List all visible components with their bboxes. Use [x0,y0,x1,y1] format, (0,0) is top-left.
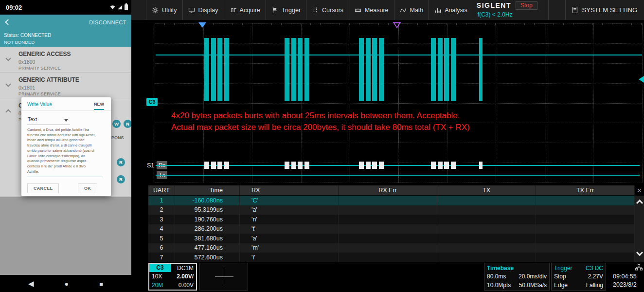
decoded-frame-block [479,162,483,169]
uart-table-row[interactable]: 5381.680us'a' [148,234,635,243]
annotation-line-2: Actual max packet size will be circa 200… [171,123,470,132]
uart-table-rows: 1-160.080ns'C'295.3199us'a'3190.760us'n'… [148,196,635,262]
column-header-rx-err: RX Err [339,185,437,195]
table-scrollbar[interactable] [635,196,644,262]
trigger-position-marker[interactable] [393,22,401,28]
time-per-div: 20.0ms/div [519,273,547,280]
trigger-box[interactable]: Trigger C3 DC Stop 2.27V Edge Falling [551,263,606,291]
acquire-icon [230,7,236,14]
waveform-burst [431,38,436,101]
format-dropdown[interactable]: Text [27,115,70,125]
disconnect-button[interactable]: DISCONNECT [89,19,126,25]
uart-table-row[interactable]: 1-160.080ns'C' [148,196,635,205]
sample-rate: 50.0MSa/s [519,282,547,289]
nav-home-icon[interactable] [65,279,69,288]
service-name: GENERIC ACCESS [18,51,71,57]
waveform-burst [304,38,309,101]
display-icon [188,7,195,14]
service-type: PRIMARY SERVICE [18,66,61,71]
dialog-actions: CANCEL OK [21,180,111,196]
timebase-box[interactable]: Timebase 80.0ms 20.0ms/div 10.0Mpts 50.0… [484,263,550,291]
system-setting-button[interactable]: SYSTEM SETTING [565,0,644,20]
menu-item-display[interactable]: Display [183,0,224,20]
nav-recents-icon[interactable] [99,279,103,288]
service-row[interactable]: GENERIC ATTRIBUTE0x1801PRIMARY SERVICE [0,73,131,98]
tx-value [437,243,536,253]
trigger-mode: Stop [554,273,566,280]
acquisition-status-box: SIGLENT Stop f(C3) < 2.0Hz [473,0,549,20]
uart-table-row[interactable]: 6477.160us'm' [148,243,635,253]
menu-item-acquire[interactable]: Acquire [224,0,266,20]
uart-table-row[interactable]: 3190.760us'n' [148,215,635,224]
menu-item-cursors[interactable]: Cursors [306,0,349,20]
decoded-frame-block [224,162,229,169]
service-uuid: 0 [18,110,21,116]
row-index: 3 [148,215,175,224]
row-index: 6 [148,243,175,253]
property-badge-r-icon[interactable]: R [117,175,125,183]
channel-row-1: C3 DC1M [149,264,196,272]
timebase-title: Timebase [487,265,514,272]
nav-back-icon[interactable] [28,279,34,288]
menu-item-math[interactable]: Math [394,0,429,20]
chevron-up-icon[interactable] [5,109,11,114]
network-icon[interactable] [635,264,643,273]
tx-err-value [536,215,635,224]
chevron-down-icon[interactable] [5,55,11,61]
property-badge-n-icon[interactable]: N [124,120,131,128]
acquisition-status[interactable]: Stop [516,1,537,10]
cursor-info-box [199,263,248,291]
time-value: 381.680us [175,234,240,243]
scope-menu-bar: UtilityDisplayAcquireTriggerCursorsMeasu… [131,0,644,20]
back-icon[interactable] [5,19,11,25]
channel-c3-box[interactable]: C3 DC1M 10X 2.00V/ 20M 0.00V [148,263,197,291]
timebase-row-2: 80.0ms 20.0ms/div [487,273,547,281]
tx-value [437,224,536,234]
waveform-burst [479,38,483,101]
menu-item-trigger[interactable]: Trigger [266,0,306,20]
dropdown-caret-icon [64,119,68,122]
waveform-display: C3 4x20 bytes packets burts with about 2… [131,20,644,185]
c3-channel-marker[interactable]: C3 [146,98,158,106]
close-table-icon[interactable] [637,187,642,194]
uart-table-row[interactable]: 7572.600us'i' [148,253,635,262]
scroll-down-icon[interactable] [635,249,644,261]
value-text-line: orrido pasto lor salme abbandonò (così d… [27,148,107,154]
time-value: -160.080ns [175,196,240,205]
dialog-tab-new[interactable]: NEW [94,102,104,110]
bond-status-text: NOT BONDED [4,39,35,45]
uart-table-row[interactable]: 4286.200us't' [148,224,635,234]
menu-item-label: Display [198,7,218,14]
chevron-down-icon[interactable] [5,81,11,87]
oscilloscope-screen: UtilityDisplayAcquireTriggerCursorsMeasu… [131,0,644,292]
waveform-burst [211,38,216,101]
waveform-burst [291,38,296,101]
time-value: 190.760us [175,215,240,224]
property-badge-r-icon[interactable]: R [117,158,125,166]
tx-err-value [536,234,635,243]
waveform-burst [379,38,384,101]
trigger-level-marker[interactable] [639,76,644,83]
uart-table-row[interactable]: 295.3199us'a' [148,205,635,215]
value-text-field[interactable]: Cantami, o Diva, del pelide Achille l'ir… [27,128,107,176]
menu-item-analysis[interactable]: Analysis [429,0,473,20]
timebase-row-1: Timebase [487,264,547,273]
trigger-row-2: Stop 2.27V [554,273,603,281]
row-index: 4 [148,224,175,234]
grid-line [155,182,642,183]
tx-err-value [536,253,635,262]
ok-button[interactable]: OK [78,183,97,193]
menu-item-utility[interactable]: Utility [146,0,183,20]
decoded-frame-block [444,162,449,169]
trigger-delay-marker[interactable] [198,22,206,28]
service-row[interactable]: GENERIC ACCESS0x1800PRIMARY SERVICE [0,47,131,73]
cancel-button[interactable]: CANCEL [27,183,59,193]
property-badge-w-icon[interactable]: W [112,120,121,128]
row-index: 2 [148,205,175,215]
menu-item-measure[interactable]: Measure [349,0,394,20]
trigger-type: Edge [554,282,568,289]
scroll-up-icon[interactable] [635,197,644,209]
column-header-tx: TX [437,185,536,195]
clipboard-icon [572,6,578,14]
wifi-icon [110,5,115,10]
